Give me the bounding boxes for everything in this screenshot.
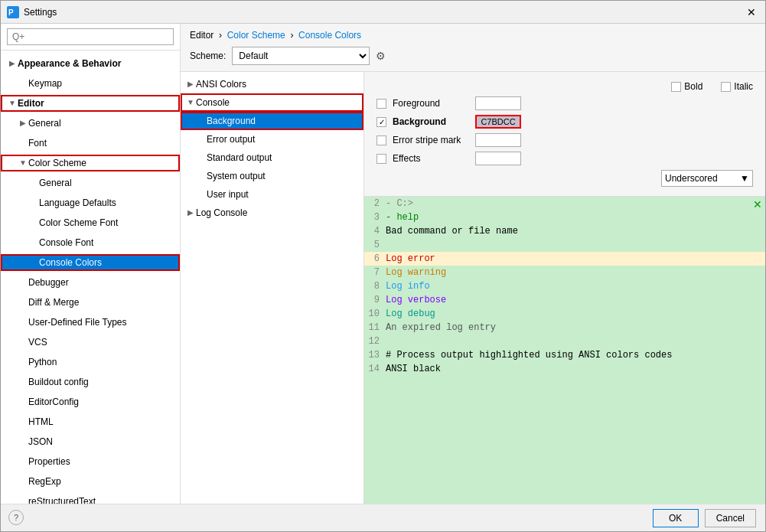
sidebar-item-label: Debugger (28, 276, 69, 289)
line-number: 13 (364, 348, 386, 362)
sidebar-item-label: Console Font (39, 236, 93, 250)
app-icon: P (7, 6, 19, 18)
line-number: 14 (364, 362, 386, 376)
help-button[interactable]: ? (8, 510, 24, 525)
tp-item-standardoutput[interactable]: Standard output (181, 149, 363, 167)
sidebar-item-cs-general[interactable]: General (1, 173, 180, 193)
dropdown-arrow: ▼ (740, 173, 749, 184)
tp-item-label: System output (207, 168, 266, 184)
main-content: ▶ Appearance & Behavior Keymap ▼ (1, 24, 765, 504)
sidebar-item-python[interactable]: Python (1, 352, 180, 372)
foreground-checkbox[interactable] (376, 99, 386, 109)
sidebar-item-regexp[interactable]: RegExp (1, 472, 180, 491)
sidebar-item-label: Editor (18, 96, 44, 110)
preview-line-9: 9 Log verbose (364, 293, 765, 307)
errorstripe-checkbox[interactable] (376, 135, 386, 145)
sidebar-item-diffmerge[interactable]: Diff & Merge (1, 292, 180, 312)
line-number: 11 (364, 321, 386, 335)
line-content: - C:> (386, 197, 765, 211)
cancel-button[interactable]: Cancel (705, 509, 756, 527)
sidebar-item-html[interactable]: HTML (1, 412, 180, 432)
title-bar: P Settings ✕ (1, 1, 765, 24)
sidebar-item-colorscheme[interactable]: ▼ Color Scheme (1, 153, 180, 173)
sidebar-item-label: Python (28, 355, 57, 369)
line-content: Bad command or file name (386, 224, 765, 238)
line-number: 12 (364, 335, 386, 348)
preview-close-icon[interactable]: ✕ (753, 198, 762, 211)
expand-icon: ▼ (185, 95, 196, 110)
foreground-row: Foreground (376, 96, 753, 110)
sidebar-item-userfiletypes[interactable]: User-Defined File Types (1, 312, 180, 332)
errorstripe-label: Error stripe mark (393, 135, 469, 145)
italic-label: Italic (734, 81, 753, 92)
scheme-label: Scheme: (190, 51, 226, 61)
line-content: Log verbose (386, 293, 765, 307)
bold-checkbox-label[interactable]: Bold (671, 81, 702, 92)
close-button[interactable]: ✕ (744, 5, 759, 20)
line-number: 5 (364, 238, 386, 252)
errorstripe-color-box[interactable] (475, 133, 521, 147)
preview-line-14: 14 ANSI black (364, 362, 765, 376)
sidebar-item-label: Color Scheme Font (39, 216, 118, 230)
effects-color-box[interactable] (475, 152, 521, 165)
errorstripe-row: Error stripe mark (376, 133, 753, 147)
sidebar-item-appearance[interactable]: ▶ Appearance & Behavior (1, 54, 180, 73)
preview-line-5: 5 (364, 238, 765, 252)
search-box (1, 24, 180, 51)
line-number: 4 (364, 224, 386, 238)
sidebar-item-cs-font[interactable]: Color Scheme Font (1, 213, 180, 233)
tp-item-console[interactable]: ▼ Console (181, 93, 363, 112)
preview-line-2: 2 - C:> (364, 197, 765, 211)
background-color-box[interactable]: C7BDCC (475, 115, 521, 129)
bold-checkbox[interactable] (671, 82, 681, 92)
breadcrumb-colorscheme: Color Scheme (227, 30, 285, 41)
sidebar-item-font[interactable]: Font (1, 133, 180, 153)
sidebar-item-consolecolors[interactable]: Console Colors (1, 253, 180, 273)
scheme-select[interactable]: Default Darcula High contrast (232, 47, 370, 65)
effects-row: Effects (376, 152, 753, 165)
sidebar-item-label: Properties (28, 455, 70, 468)
italic-checkbox[interactable] (721, 82, 731, 92)
underscored-dropdown[interactable]: Underscored ▼ (661, 170, 753, 187)
preview-line-6: 6 Log error (364, 252, 765, 266)
sidebar-item-general[interactable]: ▶ General (1, 113, 180, 133)
tp-item-label: Console (196, 95, 230, 110)
bottom-bar: ? OK Cancel (1, 504, 765, 531)
expand-icon: ▶ (185, 77, 196, 92)
sidebar-item-keymap[interactable]: Keymap (1, 73, 180, 93)
effects-checkbox[interactable] (376, 154, 386, 164)
ok-button[interactable]: OK (653, 509, 699, 527)
background-label: Background (393, 116, 469, 127)
sidebar-item-label: Buildout config (28, 375, 89, 389)
svg-text:P: P (8, 8, 14, 17)
background-checkbox[interactable] (376, 117, 386, 127)
tp-item-logconsole[interactable]: ▶ Log Console (181, 204, 363, 222)
tp-item-systemoutput[interactable]: System output (181, 167, 363, 185)
gear-icon[interactable]: ⚙ (376, 50, 386, 62)
tp-item-background[interactable]: Background (181, 112, 363, 130)
sidebar-item-vcs[interactable]: VCS (1, 332, 180, 352)
preview-line-13: 13 # Process output highlighted using AN… (364, 348, 765, 362)
center-panel: ▶ ANSI Colors ▼ Console Background (181, 72, 765, 504)
search-input[interactable] (7, 28, 174, 45)
italic-checkbox-label[interactable]: Italic (721, 81, 753, 92)
sidebar-item-buildout[interactable]: Buildout config (1, 372, 180, 392)
tp-item-ansi[interactable]: ▶ ANSI Colors (181, 75, 363, 93)
sidebar-item-json[interactable]: JSON (1, 432, 180, 452)
sidebar-item-editorconfig[interactable]: EditorConfig (1, 392, 180, 412)
sidebar-item-editor[interactable]: ▼ Editor (1, 93, 180, 113)
sidebar-item-restructuredtext[interactable]: reStructuredText (1, 491, 180, 504)
tp-item-label: Standard output (207, 150, 272, 165)
tp-item-userinput[interactable]: User input (181, 185, 363, 204)
sidebar-item-consolefont[interactable]: Console Font (1, 233, 180, 253)
sidebar-item-debugger[interactable]: Debugger (1, 273, 180, 292)
sidebar-item-properties[interactable]: Properties (1, 452, 180, 472)
sidebar-item-label: VCS (28, 335, 47, 349)
foreground-color-box[interactable] (475, 96, 521, 110)
sidebar-item-langdefaults[interactable]: Language Defaults (1, 193, 180, 213)
line-number: 8 (364, 279, 386, 293)
color-options: Bold Italic Foreground (364, 72, 765, 197)
tp-item-erroroutput[interactable]: Error output (181, 130, 363, 149)
tp-item-label: Background (207, 113, 256, 129)
preview-line-10: 10 Log debug (364, 307, 765, 321)
